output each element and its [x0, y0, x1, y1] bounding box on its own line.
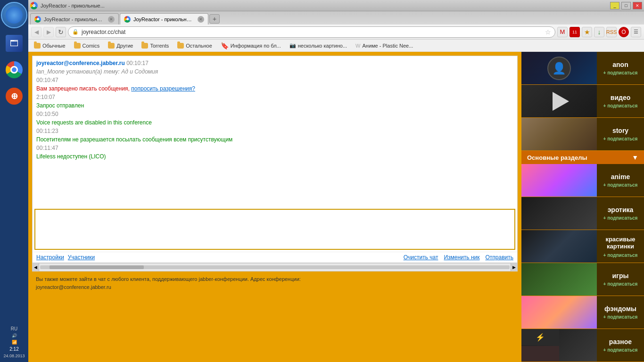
- bookmark-info[interactable]: 🔖 Информация по бл...: [218, 41, 284, 50]
- bookmark-star-icon[interactable]: ☆: [545, 28, 551, 36]
- ext-badge[interactable]: 11: [570, 27, 580, 37]
- category-name: эротика: [608, 206, 634, 214]
- refresh-button[interactable]: ↻: [56, 27, 66, 37]
- sidebar-card-games[interactable]: игры + подписаться: [521, 263, 644, 296]
- subscribe-text[interactable]: + подписаться: [603, 136, 638, 141]
- clear-chat-link[interactable]: Очистить чат: [404, 254, 438, 261]
- sidebar-card-fandoms[interactable]: фэндомы + подписаться: [521, 296, 644, 329]
- bookmark-label: Torrents: [150, 43, 169, 49]
- chat-input[interactable]: [35, 210, 514, 247]
- taskbar-icon-app1[interactable]: 🗔: [3, 32, 25, 55]
- nav-extensions: M 11 ★ ↓ RSS O ☰: [557, 27, 641, 37]
- subscribe-text[interactable]: + подписаться: [603, 215, 638, 221]
- sidebar-card-anime-label: anime + подписаться: [597, 164, 644, 197]
- subscribe-text[interactable]: + подписаться: [603, 103, 638, 108]
- sidebar-card-beauty[interactable]: красивые картинки + подписаться: [521, 230, 644, 263]
- folder-icon: [108, 43, 115, 49]
- time-label: 00:11:23: [36, 128, 58, 134]
- ext-gmail[interactable]: M: [557, 27, 568, 37]
- subscribe-text[interactable]: + подписаться: [603, 281, 638, 287]
- chat-text-red: Вам запрещено писать сообщения,: [36, 85, 131, 92]
- sidebar-card-anon[interactable]: 👤 anon + подписаться: [521, 52, 644, 85]
- participants-link[interactable]: Участники: [68, 254, 95, 261]
- sidebar-card-video[interactable]: видео + подписаться: [521, 85, 644, 118]
- content-area: joyreactor@conference.jabber.ru 00:10:17…: [28, 52, 644, 362]
- time-label: 2:10:07: [36, 94, 55, 100]
- chat-msg-5: Voice requests are disabled in this conf…: [36, 119, 513, 126]
- sidebar-card-story[interactable]: story + подписаться: [521, 118, 644, 151]
- scroll-track: [40, 265, 510, 269]
- bookmark-anime[interactable]: W Аниме - Plastic Nee...: [353, 42, 416, 49]
- bookmark-photos[interactable]: 📷 несколько картино...: [287, 41, 350, 49]
- start-button[interactable]: [1, 2, 27, 28]
- category-name: красивые картинки: [597, 235, 644, 251]
- chat-msg-1: joyreactor@conference.jabber.ru 00:10:17: [36, 60, 513, 66]
- tab-2-close[interactable]: ✕: [198, 16, 204, 23]
- chat-info-text2: joyreactor@conference.jabber.ru: [36, 283, 514, 291]
- close-button[interactable]: ✕: [633, 2, 642, 9]
- sidebar-card-misc[interactable]: ⚡ разное + подписаться: [521, 329, 644, 362]
- folder-icon: [141, 43, 148, 49]
- chrome-menu[interactable]: ☰: [631, 27, 641, 37]
- chat-window: joyreactor@conference.jabber.ru 00:10:17…: [32, 56, 518, 263]
- subscribe-text[interactable]: + подписаться: [603, 253, 638, 258]
- volume-icon[interactable]: 🔊: [12, 333, 17, 338]
- rename-nick-link[interactable]: Изменить ник: [444, 254, 479, 261]
- ext-rss[interactable]: RSS: [606, 27, 617, 37]
- category-name: фэндомы: [604, 305, 636, 313]
- lock-icon: 🔒: [72, 29, 79, 35]
- chat-time-3: 00:10:50: [36, 111, 513, 117]
- bookmark-comics[interactable]: Comics: [71, 42, 103, 49]
- chat-time-5: 00:11:47: [36, 145, 513, 151]
- scroll-right-btn[interactable]: ▶: [511, 263, 517, 272]
- sidebar-card-erotica[interactable]: эротика + подписаться: [521, 197, 644, 230]
- bookmark-obychnye[interactable]: Обычные: [31, 42, 68, 49]
- back-button[interactable]: ◀: [31, 27, 41, 37]
- section-header: Основные разделы ▼: [521, 151, 644, 164]
- taskbar-icon-chrome[interactable]: [3, 58, 25, 81]
- chat-link[interactable]: попросить разрешения?: [131, 85, 195, 92]
- bookmark-icon: 🔖: [221, 42, 229, 49]
- chat-user: joyreactor@conference.jabber.ru: [36, 60, 125, 66]
- nav-bar: ◀ ▶ ↻ 🔒 joyreactor.cc/chat ☆ M 11 ★ ↓ RS…: [28, 25, 644, 40]
- chat-msg-7: Lifeless недоступен (LICO): [36, 153, 513, 160]
- chat-messages: joyreactor@conference.jabber.ru 00:10:17…: [33, 56, 517, 207]
- bookmark-label: Comics: [83, 43, 100, 49]
- forward-button[interactable]: ▶: [43, 27, 54, 37]
- address-bar[interactable]: 🔒 joyreactor.cc/chat ☆: [68, 26, 555, 38]
- maximize-button[interactable]: □: [621, 2, 631, 9]
- bookmark-torrents[interactable]: Torrents: [139, 42, 172, 49]
- tab-1-close[interactable]: ✕: [108, 16, 115, 23]
- ext-download[interactable]: ↓: [594, 27, 604, 37]
- chat-horizontal-scrollbar[interactable]: ◀ ▶: [32, 263, 518, 272]
- time-label: 00:10:47: [36, 77, 58, 83]
- tab-1[interactable]: JoyReactor - прикольные... ✕: [30, 13, 119, 25]
- bookmark-drugie[interactable]: Другие: [105, 42, 136, 49]
- send-button[interactable]: Отправить: [485, 254, 513, 261]
- section-arrow-icon[interactable]: ▼: [632, 154, 638, 161]
- settings-link[interactable]: Настройки: [36, 254, 64, 261]
- category-name: игры: [612, 272, 629, 280]
- bookmark-ostalnoe[interactable]: Остальное: [174, 42, 215, 49]
- network-icon[interactable]: 📶: [12, 340, 17, 345]
- ext-opera[interactable]: O: [619, 27, 629, 37]
- sidebar-card-games-label: игры + подписаться: [597, 263, 644, 296]
- address-bar-container: 🔒 joyreactor.cc/chat ☆: [68, 26, 555, 38]
- scroll-left-btn[interactable]: ◀: [33, 263, 39, 272]
- sidebar-card-fandoms-label: фэндомы + подписаться: [597, 296, 644, 329]
- sidebar-card-erotica-label: эротика + подписаться: [597, 197, 644, 230]
- category-name: anon: [612, 61, 628, 68]
- taskbar-icon-ubuntu[interactable]: ⊕: [3, 85, 25, 107]
- minimize-button[interactable]: _: [610, 2, 619, 9]
- new-tab-button[interactable]: +: [209, 14, 220, 24]
- subscribe-text[interactable]: + подписаться: [603, 70, 638, 75]
- subscribe-text[interactable]: + подписаться: [603, 182, 638, 188]
- subscribe-text[interactable]: + подписаться: [603, 314, 638, 320]
- sidebar-card-anime[interactable]: anime + подписаться: [521, 164, 644, 197]
- ext-star-yellow[interactable]: ★: [582, 27, 592, 37]
- subscribe-text[interactable]: + подписаться: [603, 347, 638, 353]
- chat-toolbar: Настройки Участники Очистить чат Изменит…: [33, 252, 517, 263]
- taskbar-bottom: RU 🔊 📶 2:12 24.08.2013: [0, 322, 29, 362]
- window-controls: _ □ ✕: [610, 2, 642, 9]
- tab-2[interactable]: JoyReactor - прикольные... ✕: [120, 13, 208, 25]
